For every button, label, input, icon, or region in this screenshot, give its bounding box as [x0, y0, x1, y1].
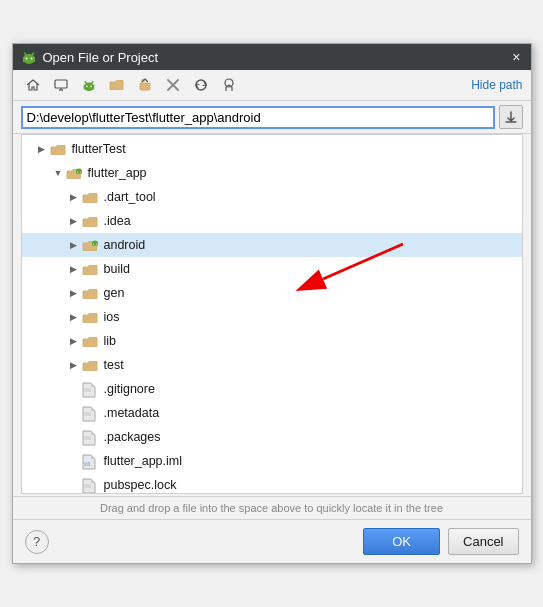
desktop-icon: [54, 78, 68, 92]
tree-wrapper: ▶flutterTest▼flutter_app▶.dart_tool▶.ide…: [13, 134, 531, 494]
tree-item-label: flutter_app: [88, 163, 147, 183]
path-go-button[interactable]: [499, 105, 523, 129]
chevron-icon: ▶: [70, 334, 82, 348]
bookmark-icon: [222, 78, 236, 92]
android-title-icon: [21, 49, 37, 65]
refresh-icon: [194, 78, 208, 92]
folder-icon: [82, 358, 98, 372]
help-button[interactable]: ?: [25, 530, 49, 554]
nav-up-icon: [138, 78, 152, 92]
tree-item-label: .dart_tool: [104, 187, 156, 207]
folder-button[interactable]: [105, 74, 129, 96]
folder-icon: [82, 310, 98, 324]
chevron-icon: ▶: [70, 358, 82, 372]
path-input[interactable]: [21, 106, 495, 129]
ok-button[interactable]: OK: [363, 528, 440, 555]
chevron-icon: ▶: [70, 190, 82, 204]
folder-icon: [82, 334, 98, 348]
tree-item-build[interactable]: ▶build: [22, 257, 522, 281]
path-row: [13, 101, 531, 134]
tree-item-label: flutter_app.iml: [104, 451, 183, 471]
chevron-icon: ▶: [70, 214, 82, 228]
tree-item-label: .gitignore: [104, 379, 155, 399]
file-icon: [82, 406, 98, 420]
home-button[interactable]: [21, 74, 45, 96]
chevron-icon: ▶: [70, 262, 82, 276]
close-button[interactable]: ×: [510, 49, 522, 65]
tree-item-flutterTest[interactable]: ▶flutterTest: [22, 137, 522, 161]
file-icon: [82, 430, 98, 444]
tree-item-label: pubspec.lock: [104, 475, 177, 494]
folder-android-icon: [82, 238, 98, 252]
desktop-button[interactable]: [49, 74, 73, 96]
chevron-icon: ▶: [70, 310, 82, 324]
tree-item-label: lib: [104, 331, 117, 351]
svg-point-31: [95, 243, 96, 244]
tree-item-label: flutterTest: [72, 139, 126, 159]
svg-line-5: [32, 53, 34, 55]
hint-text: Drag and drop a file into the space abov…: [100, 502, 443, 514]
file-icon: [82, 478, 98, 492]
svg-rect-1: [23, 57, 35, 62]
tree-item-label: .metadata: [104, 403, 160, 423]
bookmark-button[interactable]: [217, 74, 241, 96]
home-icon: [26, 78, 40, 92]
chevron-icon: ▼: [54, 166, 66, 180]
open-file-dialog: Open File or Project ×: [12, 43, 532, 564]
title-bar: Open File or Project ×: [13, 44, 531, 70]
tree-item-label: gen: [104, 283, 125, 303]
tree-item-label: .packages: [104, 427, 161, 447]
svg-line-4: [24, 53, 26, 55]
tree-item-flutter_app_iml[interactable]: IMLflutter_app.iml: [22, 449, 522, 473]
svg-line-14: [91, 82, 92, 84]
svg-point-2: [25, 58, 27, 60]
folder-icon: [82, 190, 98, 204]
file-icon: [82, 382, 98, 396]
tree-item-ios[interactable]: ▶ios: [22, 305, 522, 329]
chevron-icon: ▶: [38, 142, 50, 156]
tree-item-test[interactable]: ▶test: [22, 353, 522, 377]
file-tree[interactable]: ▶flutterTest▼flutter_app▶.dart_tool▶.ide…: [21, 134, 523, 494]
hide-path-link[interactable]: Hide path: [471, 78, 522, 92]
svg-point-27: [79, 171, 80, 172]
tree-item-label: android: [104, 235, 146, 255]
chevron-icon: ▶: [70, 286, 82, 300]
tree-item-flutter_app[interactable]: ▼flutter_app: [22, 161, 522, 185]
footer-hint: Drag and drop a file into the space abov…: [13, 496, 531, 520]
svg-point-12: [90, 85, 92, 87]
tree-item-idea[interactable]: ▶.idea: [22, 209, 522, 233]
toolbar-left: [21, 74, 241, 96]
tree-item-android[interactable]: ▶android: [22, 233, 522, 257]
chevron-icon: ▶: [70, 238, 82, 252]
toolbar: Hide path: [13, 70, 531, 101]
folder-icon: [82, 262, 98, 276]
svg-rect-10: [83, 85, 94, 89]
svg-point-18: [225, 79, 233, 87]
svg-point-3: [30, 58, 32, 60]
download-icon: [505, 111, 517, 123]
file-iml-icon: IML: [82, 454, 98, 468]
delete-icon: [167, 79, 179, 91]
svg-rect-15: [140, 83, 150, 90]
delete-button[interactable]: [161, 74, 185, 96]
cancel-button[interactable]: Cancel: [448, 528, 518, 555]
svg-line-13: [85, 82, 86, 84]
svg-point-26: [76, 171, 77, 172]
tree-item-gitignore[interactable]: .gitignore: [22, 377, 522, 401]
android-button[interactable]: [77, 74, 101, 96]
tree-item-metadata[interactable]: .metadata: [22, 401, 522, 425]
tree-item-label: build: [104, 259, 130, 279]
tree-item-dart_tool[interactable]: ▶.dart_tool: [22, 185, 522, 209]
tree-item-pubspec_lock[interactable]: pubspec.lock: [22, 473, 522, 494]
folder-icon: [82, 286, 98, 300]
refresh-button[interactable]: [189, 74, 213, 96]
tree-item-lib[interactable]: ▶lib: [22, 329, 522, 353]
folder-icon: [50, 142, 66, 156]
tree-item-gen[interactable]: ▶gen: [22, 281, 522, 305]
dialog-title: Open File or Project: [43, 50, 159, 65]
tree-item-packages[interactable]: .packages: [22, 425, 522, 449]
title-bar-left: Open File or Project: [21, 49, 159, 65]
nav-up-button[interactable]: [133, 74, 157, 96]
svg-point-30: [92, 243, 93, 244]
folder-icon: [82, 214, 98, 228]
